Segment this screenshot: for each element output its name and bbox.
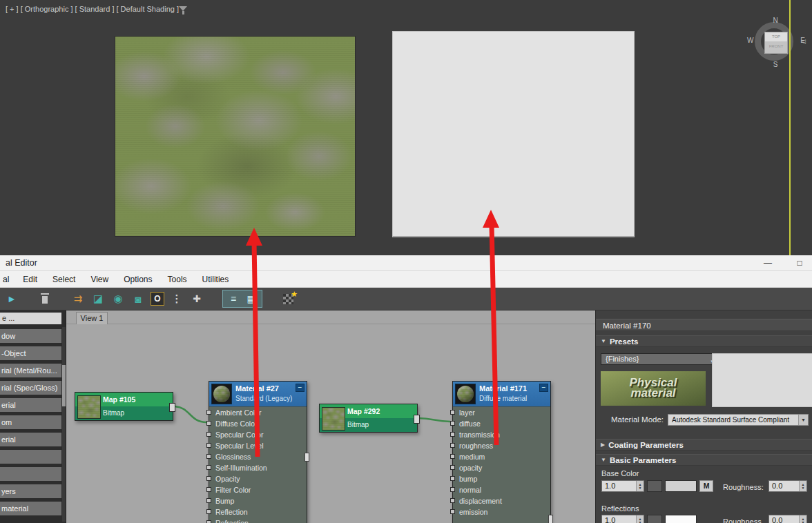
input-socket[interactable] — [450, 432, 455, 437]
list-view-icon[interactable]: ≡ — [226, 291, 241, 306]
layout-children-icon[interactable]: ⋮ — [169, 291, 184, 306]
slot-row[interactable]: Diffuse Color — [209, 418, 307, 429]
browser-scrollbar[interactable] — [62, 327, 66, 522]
node-resize-handle[interactable] — [304, 453, 309, 462]
browser-item[interactable]: rial (Metal/Rou... — [0, 364, 61, 377]
browser-item[interactable] — [0, 450, 61, 464]
slot-row[interactable]: diffuse — [453, 418, 550, 429]
menu-utilities[interactable]: Utilities — [195, 275, 237, 284]
textured-plane-object[interactable] — [115, 37, 355, 236]
browser-search-input[interactable]: e ... — [0, 313, 61, 324]
bitmap-thumbnail[interactable] — [322, 407, 345, 431]
slot-row[interactable]: Ambient Color — [209, 407, 307, 418]
rollout-presets[interactable]: ▼ Presets — [596, 335, 812, 347]
material-preview[interactable] — [712, 353, 812, 407]
slot-row[interactable]: normal — [453, 484, 550, 495]
tab-view1[interactable]: View 1 — [76, 312, 108, 324]
rollout-coating-parameters[interactable]: ▶ Coating Parameters — [596, 439, 812, 451]
node-map-105[interactable]: Map #105 Bitmap — [75, 392, 173, 421]
input-socket[interactable] — [450, 410, 455, 415]
viewcube-west[interactable]: W — [747, 37, 753, 44]
slot-row[interactable]: emission — [453, 506, 550, 517]
material-thumbnail[interactable] — [455, 384, 476, 404]
input-socket[interactable] — [206, 487, 211, 492]
scrollbar-thumb[interactable] — [62, 365, 66, 406]
input-socket[interactable] — [450, 443, 455, 448]
reflections-roughness-spinner[interactable]: 0.0 ▲▼ — [768, 515, 807, 523]
slot-row[interactable]: transmission — [453, 429, 550, 440]
input-socket[interactable] — [206, 509, 211, 514]
rollout-basic-parameters[interactable]: ▼ Basic Parameters — [596, 454, 812, 466]
node-resize-handle[interactable] — [548, 515, 553, 523]
node-material-27[interactable]: Material #27 Standard (Legacy) − Ambient… — [209, 381, 307, 523]
base-color-map-slot[interactable] — [647, 480, 662, 492]
slot-row[interactable]: roughness — [453, 440, 550, 451]
menu-tools[interactable]: Tools — [160, 275, 195, 284]
input-socket[interactable] — [450, 465, 455, 470]
bitmap-thumbnail[interactable] — [77, 395, 101, 419]
browser-item[interactable]: om — [0, 415, 61, 429]
input-socket[interactable] — [206, 498, 211, 503]
input-socket[interactable] — [206, 421, 211, 426]
material-id-channel-icon[interactable]: O — [151, 292, 164, 306]
titlebar[interactable]: al Editor — □ — [0, 255, 812, 271]
browser-item[interactable] — [0, 467, 61, 481]
slot-row[interactable]: displacement — [453, 495, 550, 506]
viewcube-south[interactable]: S — [753, 61, 798, 68]
input-socket[interactable] — [206, 465, 211, 470]
node-material-171[interactable]: Material #171 Diffuse material − layer d… — [452, 381, 551, 523]
browser-item[interactable]: erial — [0, 433, 61, 446]
slot-row[interactable]: Bump — [209, 495, 307, 506]
slot-row[interactable]: Specular Color — [209, 429, 307, 440]
node-map-292[interactable]: Map #292 Bitmap — [319, 404, 418, 433]
slot-row[interactable]: bump — [453, 473, 550, 484]
input-socket[interactable] — [206, 476, 211, 481]
render-map-icon[interactable]: ★ — [280, 291, 296, 306]
slot-row[interactable]: Specular Level — [209, 440, 307, 451]
show-background-icon[interactable]: ◉ — [110, 291, 126, 306]
spinner-arrows-icon[interactable]: ▲▼ — [799, 481, 806, 491]
slot-row[interactable]: Glossiness — [209, 451, 307, 462]
reflections-map-slot[interactable] — [647, 515, 662, 523]
input-socket[interactable] — [206, 454, 211, 459]
menu-select[interactable]: Select — [45, 275, 83, 284]
input-socket[interactable] — [450, 509, 455, 514]
input-socket[interactable] — [206, 432, 211, 437]
viewcube-rotate-arrow-icon[interactable]: ◁ — [801, 38, 806, 45]
material-mode-dropdown[interactable]: Autodesk Standard Surface Compliant ▼ — [668, 414, 809, 426]
pick-material-icon[interactable]: ► — [4, 291, 19, 306]
viewcube[interactable]: TOP FRONT N W E S ◁ — [753, 18, 798, 66]
viewcube-north[interactable]: N — [753, 17, 798, 24]
hide-unused-slots-icon[interactable]: ◪ — [90, 291, 106, 306]
viewcube-top-face[interactable]: TOP — [765, 32, 787, 41]
spinner-arrows-icon[interactable]: ▲▼ — [799, 515, 806, 523]
menu-material-partial[interactable]: al — [3, 275, 15, 284]
browser-item[interactable]: material — [0, 502, 61, 515]
reflections-weight-spinner[interactable]: 1.0 ▲▼ — [601, 515, 644, 523]
spinner-arrows-icon[interactable]: ▲▼ — [636, 481, 644, 491]
browser-item[interactable]: -Object — [0, 346, 61, 360]
input-socket[interactable] — [206, 520, 211, 523]
output-socket[interactable] — [414, 415, 420, 424]
input-socket[interactable] — [450, 498, 455, 503]
browser-item[interactable]: rial (Spec/Gloss) — [0, 381, 61, 395]
viewcube-front-face[interactable]: FRONT — [765, 41, 787, 53]
slot-row[interactable]: Filter Color — [209, 484, 307, 495]
input-socket[interactable] — [206, 410, 211, 415]
base-color-weight-spinner[interactable]: 1.0 ▲▼ — [601, 480, 644, 492]
output-socket[interactable] — [169, 403, 175, 412]
node-canvas[interactable]: Map #105 Bitmap Material #27 Standard (L… — [66, 324, 595, 523]
slot-row[interactable]: layer — [453, 407, 550, 418]
input-socket[interactable] — [450, 487, 455, 492]
connect-children-icon[interactable]: ⇉ — [70, 291, 86, 306]
base-color-swatch[interactable] — [665, 480, 697, 492]
roughness-spinner[interactable]: 0.0 ▲▼ — [768, 480, 807, 492]
untextured-plane-object[interactable] — [392, 31, 635, 237]
menu-view[interactable]: View — [83, 275, 116, 284]
input-socket[interactable] — [450, 476, 455, 481]
browser-item[interactable]: erial — [0, 398, 61, 412]
minimize-button[interactable]: — — [755, 255, 780, 271]
preset-preview-thumbnail[interactable]: Physical material — [601, 371, 706, 406]
menu-edit[interactable]: Edit — [15, 275, 45, 284]
slot-row[interactable]: Reflection — [209, 506, 307, 517]
